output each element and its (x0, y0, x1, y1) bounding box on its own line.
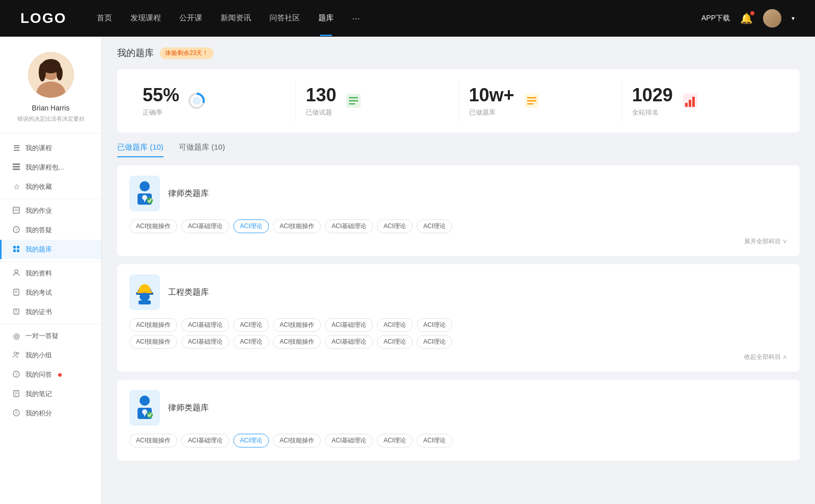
tag[interactable]: ACI技能操作 (273, 219, 321, 233)
nav-qa[interactable]: 问答社区 (269, 13, 300, 24)
sidebar-item-profile[interactable]: 我的资料 (0, 264, 101, 283)
avatar-svg (28, 52, 74, 98)
tag[interactable]: ACI技能操作 (129, 219, 177, 233)
nav-open-course[interactable]: 公开课 (179, 13, 202, 24)
tag[interactable]: ACI基础理论 (181, 434, 229, 447)
svg-rect-9 (13, 207, 19, 213)
notification-bell[interactable]: 🔔 (740, 12, 753, 24)
sidebar-item-notes[interactable]: 我的笔记 (0, 384, 101, 404)
donut-chart (187, 92, 206, 110)
stat-rank-num: 1029 (632, 85, 673, 106)
collapse-link[interactable]: 收起全部科目 ∧ (129, 353, 787, 361)
nav-right: APP下载 🔔 ▾ (701, 9, 795, 27)
tag[interactable]: ACI技能操作 (273, 318, 321, 332)
tab-done[interactable]: 已做题库 (10) (117, 143, 164, 157)
sidebar-item-group[interactable]: 我的小组 (0, 346, 101, 365)
svg-point-50 (140, 181, 150, 191)
stat-accuracy-num: 55% (143, 85, 179, 106)
stat-banks-num: 10w+ (469, 85, 514, 106)
bank-icon (12, 245, 20, 254)
sidebar-item-collect[interactable]: ☆ 我的收藏 (0, 177, 101, 197)
tag[interactable]: ACI技能操作 (129, 335, 177, 349)
tag[interactable]: ACI基础理论 (325, 318, 373, 332)
tag[interactable]: ACI技能操作 (273, 434, 321, 447)
tag[interactable]: ACI理论 (417, 318, 452, 332)
tag[interactable]: ACI基础理论 (181, 219, 229, 233)
nav-discover[interactable]: 发现课程 (130, 13, 161, 24)
sidebar-item-exam[interactable]: 我的考试 (0, 283, 101, 302)
tag[interactable]: ACI技能操作 (129, 434, 177, 447)
sidebar-label-bank: 我的题库 (25, 245, 52, 254)
homework-icon (12, 207, 20, 215)
svg-rect-7 (13, 166, 20, 167)
tag[interactable]: ACI理论 (417, 434, 452, 447)
page-header: 我的题库 体验剩余23天！ (117, 47, 800, 59)
expand-link-1[interactable]: 展开全部科目 ∨ (129, 237, 787, 246)
svg-rect-47 (685, 103, 688, 107)
nav-bank[interactable]: 题库 (318, 13, 334, 24)
qbank-title-1: 律师类题库 (168, 188, 209, 199)
sidebar-item-course[interactable]: ☰ 我的课程 (0, 138, 101, 158)
stat-rank: 1029 全站排名 (622, 79, 784, 122)
stat-done-banks: 10w+ 已做题库 (459, 79, 622, 122)
sidebar-label-course: 我的课程 (25, 144, 52, 153)
tab-bar: 已做题库 (10) 可做题库 (10) (117, 143, 800, 157)
sidebar-item-points[interactable]: 我的积分 (0, 404, 101, 423)
svg-rect-8 (13, 169, 20, 170)
sidebar-label-profile: 我的资料 (25, 269, 52, 278)
sidebar-item-qa-mine[interactable]: ? 我的答疑 (0, 220, 101, 240)
app-download[interactable]: APP下载 (701, 14, 730, 23)
logo: LOGO (20, 10, 66, 26)
lawyer-icon-2 (129, 390, 160, 426)
tag[interactable]: ACI理论 (233, 318, 269, 332)
sidebar-item-homework[interactable]: 我的作业 (0, 201, 101, 220)
sidebar-item-1on1[interactable]: ◎ 一对一答疑 (0, 326, 101, 346)
tag[interactable]: ACI技能操作 (129, 318, 177, 332)
tag[interactable]: ACI基础理论 (325, 219, 373, 233)
nav-more[interactable]: ··· (352, 13, 360, 24)
tag[interactable]: ACI技能操作 (273, 335, 321, 349)
tag[interactable]: ACI理论 (377, 434, 413, 447)
user-menu-chevron[interactable]: ▾ (792, 15, 795, 22)
tag[interactable]: ACI理论 (233, 335, 269, 349)
tag-active[interactable]: ACI理论 (233, 219, 269, 233)
tag[interactable]: ACI理论 (377, 219, 413, 233)
divider-1 (0, 199, 101, 199)
notification-dot (750, 11, 754, 15)
tag[interactable]: ACI基础理论 (181, 335, 229, 349)
tag[interactable]: ACI理论 (417, 335, 452, 349)
qa-icon: ? (12, 226, 20, 235)
svg-point-34 (15, 411, 18, 414)
bar-red-icon (681, 92, 699, 110)
sidebar-item-course-pkg[interactable]: 我的课程包... (0, 158, 101, 177)
tag[interactable]: ACI理论 (377, 318, 413, 332)
nav-links: 首页 发现课程 公开课 新闻资讯 问答社区 题库 ··· (97, 13, 701, 24)
svg-rect-16 (13, 249, 16, 252)
nav-news[interactable]: 新闻资讯 (221, 13, 251, 24)
svg-rect-17 (17, 249, 19, 252)
sidebar-item-bank[interactable]: 我的题库 (0, 240, 101, 259)
stat-rank-label: 全站排名 (632, 108, 673, 117)
stat-accuracy-label: 正确率 (143, 108, 179, 117)
stat-accuracy: 55% 正确率 (132, 79, 295, 122)
tag[interactable]: ACI基础理论 (325, 434, 373, 447)
main-content: 我的题库 体验剩余23天！ 55% 正确率 (102, 37, 815, 504)
stat-banks-label: 已做题库 (469, 108, 514, 117)
tag[interactable]: ACI理论 (377, 335, 413, 349)
exam-icon (12, 289, 20, 297)
sidebar-item-qna[interactable]: ? 我的问答 (0, 365, 101, 384)
tag[interactable]: ACI基础理论 (325, 335, 373, 349)
qbank-card-lawyer-1: 律师类题库 ACI技能操作 ACI基础理论 ACI理论 ACI技能操作 ACI基… (117, 165, 800, 256)
user-avatar[interactable] (763, 9, 781, 27)
svg-rect-49 (692, 97, 695, 107)
tag[interactable]: ACI理论 (417, 219, 452, 233)
tags-row-2a: ACI技能操作 ACI基础理论 ACI理论 ACI技能操作 ACI基础理论 AC… (129, 318, 787, 332)
tag[interactable]: ACI基础理论 (181, 318, 229, 332)
sidebar-label-notes: 我的笔记 (25, 389, 52, 399)
tag-active[interactable]: ACI理论 (233, 434, 269, 447)
nav-home[interactable]: 首页 (97, 13, 112, 24)
stat-done-label: 已做试题 (306, 108, 336, 117)
tab-available[interactable]: 可做题库 (10) (179, 143, 225, 157)
svg-rect-15 (17, 246, 19, 248)
sidebar-item-cert[interactable]: 我的证书 (0, 302, 101, 322)
